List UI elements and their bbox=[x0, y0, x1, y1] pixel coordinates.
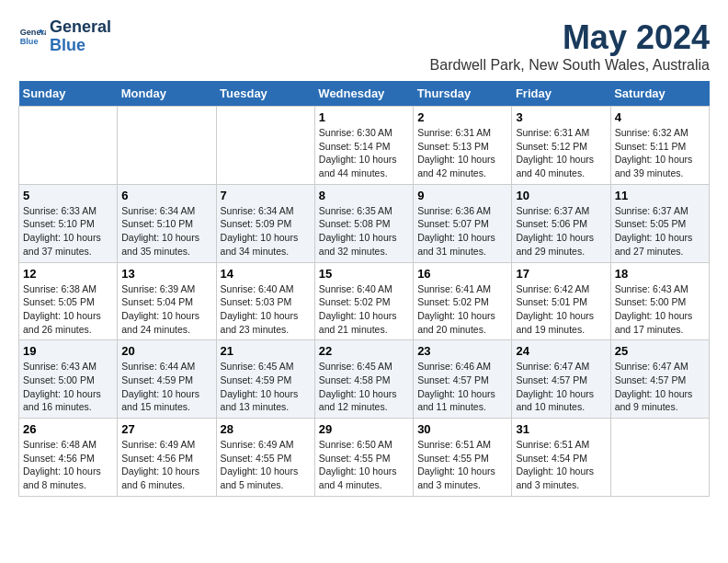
day-info: Sunrise: 6:45 AM Sunset: 4:59 PM Dayligh… bbox=[221, 360, 311, 414]
day-info: Sunrise: 6:40 AM Sunset: 5:03 PM Dayligh… bbox=[221, 282, 311, 337]
day-number: 14 bbox=[221, 267, 311, 281]
day-info: Sunrise: 6:38 AM Sunset: 5:05 PM Dayligh… bbox=[23, 282, 113, 337]
calendar-cell: 14Sunrise: 6:40 AM Sunset: 5:03 PM Dayli… bbox=[216, 262, 314, 340]
day-info: Sunrise: 6:49 AM Sunset: 4:56 PM Dayligh… bbox=[121, 438, 211, 492]
day-number: 26 bbox=[23, 422, 113, 436]
header: General Blue General Blue May 2024 Bardw… bbox=[18, 18, 710, 74]
day-number: 30 bbox=[417, 422, 507, 436]
day-number: 10 bbox=[516, 189, 606, 202]
calendar-cell: 7Sunrise: 6:34 AM Sunset: 5:09 PM Daylig… bbox=[216, 184, 314, 262]
day-info: Sunrise: 6:37 AM Sunset: 5:05 PM Dayligh… bbox=[615, 204, 705, 259]
calendar-cell: 2Sunrise: 6:31 AM Sunset: 5:13 PM Daylig… bbox=[414, 107, 512, 185]
calendar-cell: 31Sunrise: 6:51 AM Sunset: 4:54 PM Dayli… bbox=[512, 419, 610, 497]
day-info: Sunrise: 6:40 AM Sunset: 5:02 PM Dayligh… bbox=[319, 282, 409, 337]
day-number: 9 bbox=[417, 189, 507, 202]
day-number: 5 bbox=[23, 189, 113, 202]
calendar-cell: 25Sunrise: 6:47 AM Sunset: 4:57 PM Dayli… bbox=[610, 340, 709, 419]
svg-text:Blue: Blue bbox=[20, 37, 39, 46]
col-header-friday: Friday bbox=[512, 81, 610, 107]
day-number: 31 bbox=[516, 422, 606, 436]
day-info: Sunrise: 6:51 AM Sunset: 4:55 PM Dayligh… bbox=[417, 438, 507, 492]
main-title: May 2024 bbox=[430, 18, 710, 57]
calendar-cell: 17Sunrise: 6:42 AM Sunset: 5:01 PM Dayli… bbox=[512, 262, 610, 340]
day-number: 29 bbox=[319, 422, 409, 436]
col-header-tuesday: Tuesday bbox=[216, 81, 314, 107]
week-row-2: 5Sunrise: 6:33 AM Sunset: 5:10 PM Daylig… bbox=[19, 184, 710, 262]
day-info: Sunrise: 6:35 AM Sunset: 5:08 PM Dayligh… bbox=[319, 204, 409, 259]
day-number: 13 bbox=[121, 267, 211, 281]
calendar-cell: 24Sunrise: 6:47 AM Sunset: 4:57 PM Dayli… bbox=[512, 340, 610, 419]
calendar-cell bbox=[610, 419, 709, 497]
col-header-sunday: Sunday bbox=[19, 81, 118, 107]
calendar-cell: 18Sunrise: 6:43 AM Sunset: 5:00 PM Dayli… bbox=[610, 262, 709, 340]
day-info: Sunrise: 6:46 AM Sunset: 4:57 PM Dayligh… bbox=[417, 360, 507, 414]
day-number: 2 bbox=[417, 110, 507, 124]
day-info: Sunrise: 6:42 AM Sunset: 5:01 PM Dayligh… bbox=[516, 282, 606, 337]
subtitle: Bardwell Park, New South Wales, Australi… bbox=[430, 57, 710, 74]
day-number: 11 bbox=[615, 189, 705, 202]
day-info: Sunrise: 6:50 AM Sunset: 4:55 PM Dayligh… bbox=[319, 438, 409, 492]
calendar-cell: 27Sunrise: 6:49 AM Sunset: 4:56 PM Dayli… bbox=[118, 419, 216, 497]
day-number: 19 bbox=[23, 344, 113, 358]
day-number: 22 bbox=[319, 344, 409, 358]
calendar-cell: 3Sunrise: 6:31 AM Sunset: 5:12 PM Daylig… bbox=[512, 107, 610, 185]
week-row-5: 26Sunrise: 6:48 AM Sunset: 4:56 PM Dayli… bbox=[19, 419, 710, 497]
calendar-cell bbox=[118, 107, 216, 185]
day-info: Sunrise: 6:45 AM Sunset: 4:58 PM Dayligh… bbox=[319, 360, 409, 414]
day-number: 23 bbox=[417, 344, 507, 358]
calendar-cell: 13Sunrise: 6:39 AM Sunset: 5:04 PM Dayli… bbox=[118, 262, 216, 340]
day-info: Sunrise: 6:39 AM Sunset: 5:04 PM Dayligh… bbox=[121, 282, 211, 337]
day-info: Sunrise: 6:51 AM Sunset: 4:54 PM Dayligh… bbox=[516, 438, 606, 492]
calendar-cell: 29Sunrise: 6:50 AM Sunset: 4:55 PM Dayli… bbox=[314, 419, 413, 497]
day-info: Sunrise: 6:34 AM Sunset: 5:10 PM Dayligh… bbox=[121, 204, 211, 259]
col-header-wednesday: Wednesday bbox=[314, 81, 413, 107]
header-row: SundayMondayTuesdayWednesdayThursdayFrid… bbox=[19, 81, 710, 107]
week-row-4: 19Sunrise: 6:43 AM Sunset: 5:00 PM Dayli… bbox=[19, 340, 710, 419]
col-header-saturday: Saturday bbox=[610, 81, 709, 107]
day-number: 3 bbox=[516, 110, 606, 124]
day-number: 16 bbox=[417, 267, 507, 281]
calendar-table: SundayMondayTuesdayWednesdayThursdayFrid… bbox=[18, 81, 710, 497]
day-info: Sunrise: 6:47 AM Sunset: 4:57 PM Dayligh… bbox=[516, 360, 606, 414]
day-info: Sunrise: 6:47 AM Sunset: 4:57 PM Dayligh… bbox=[615, 360, 705, 414]
day-number: 17 bbox=[516, 267, 606, 281]
calendar-cell: 16Sunrise: 6:41 AM Sunset: 5:02 PM Dayli… bbox=[414, 262, 512, 340]
day-info: Sunrise: 6:48 AM Sunset: 4:56 PM Dayligh… bbox=[23, 438, 113, 492]
day-number: 20 bbox=[121, 344, 211, 358]
day-number: 8 bbox=[319, 189, 409, 202]
calendar-cell bbox=[216, 107, 314, 185]
day-number: 1 bbox=[319, 110, 409, 124]
day-info: Sunrise: 6:43 AM Sunset: 5:00 PM Dayligh… bbox=[615, 282, 705, 337]
day-number: 6 bbox=[121, 189, 211, 202]
week-row-1: 1Sunrise: 6:30 AM Sunset: 5:14 PM Daylig… bbox=[19, 107, 710, 185]
calendar-cell: 22Sunrise: 6:45 AM Sunset: 4:58 PM Dayli… bbox=[314, 340, 413, 419]
calendar-cell: 15Sunrise: 6:40 AM Sunset: 5:02 PM Dayli… bbox=[314, 262, 413, 340]
logo: General Blue General Blue bbox=[18, 18, 111, 55]
logo-text: General Blue bbox=[50, 18, 111, 55]
day-number: 28 bbox=[221, 422, 311, 436]
day-info: Sunrise: 6:33 AM Sunset: 5:10 PM Dayligh… bbox=[23, 204, 113, 259]
day-info: Sunrise: 6:34 AM Sunset: 5:09 PM Dayligh… bbox=[221, 204, 311, 259]
week-row-3: 12Sunrise: 6:38 AM Sunset: 5:05 PM Dayli… bbox=[19, 262, 710, 340]
calendar-cell: 8Sunrise: 6:35 AM Sunset: 5:08 PM Daylig… bbox=[314, 184, 413, 262]
day-info: Sunrise: 6:43 AM Sunset: 5:00 PM Dayligh… bbox=[23, 360, 113, 414]
day-number: 12 bbox=[23, 267, 113, 281]
col-header-thursday: Thursday bbox=[414, 81, 512, 107]
day-info: Sunrise: 6:36 AM Sunset: 5:07 PM Dayligh… bbox=[417, 204, 507, 259]
calendar-cell: 26Sunrise: 6:48 AM Sunset: 4:56 PM Dayli… bbox=[19, 419, 118, 497]
calendar-cell: 28Sunrise: 6:49 AM Sunset: 4:55 PM Dayli… bbox=[216, 419, 314, 497]
calendar-cell: 11Sunrise: 6:37 AM Sunset: 5:05 PM Dayli… bbox=[610, 184, 709, 262]
day-number: 18 bbox=[615, 267, 705, 281]
day-number: 25 bbox=[615, 344, 705, 358]
col-header-monday: Monday bbox=[118, 81, 216, 107]
calendar-cell: 1Sunrise: 6:30 AM Sunset: 5:14 PM Daylig… bbox=[314, 107, 413, 185]
day-info: Sunrise: 6:37 AM Sunset: 5:06 PM Dayligh… bbox=[516, 204, 606, 259]
calendar-cell bbox=[19, 107, 118, 185]
day-number: 27 bbox=[121, 422, 211, 436]
day-number: 7 bbox=[221, 189, 311, 202]
calendar-cell: 19Sunrise: 6:43 AM Sunset: 5:00 PM Dayli… bbox=[19, 340, 118, 419]
calendar-cell: 20Sunrise: 6:44 AM Sunset: 4:59 PM Dayli… bbox=[118, 340, 216, 419]
day-info: Sunrise: 6:31 AM Sunset: 5:13 PM Dayligh… bbox=[417, 126, 507, 180]
calendar-cell: 4Sunrise: 6:32 AM Sunset: 5:11 PM Daylig… bbox=[610, 107, 709, 185]
calendar-cell: 5Sunrise: 6:33 AM Sunset: 5:10 PM Daylig… bbox=[19, 184, 118, 262]
